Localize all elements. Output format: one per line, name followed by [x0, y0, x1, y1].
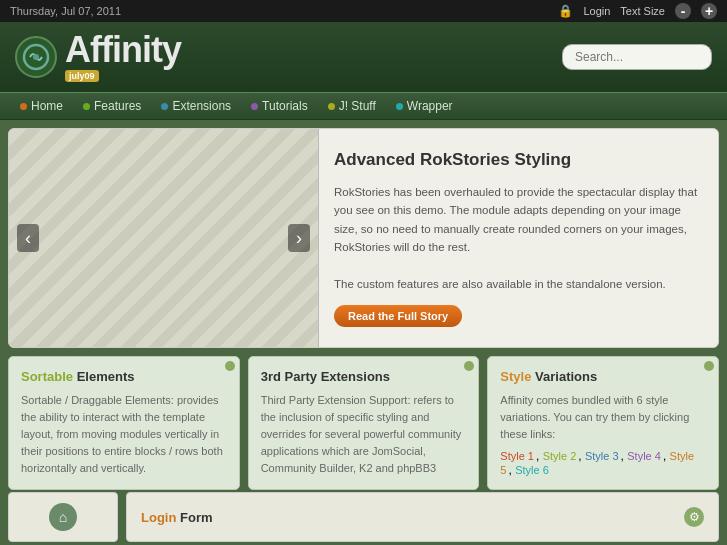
style-card-body: Affinity comes bundled with 6 style vari… — [500, 392, 706, 443]
lock-icon: 🔒 — [558, 4, 573, 18]
home-icon: ⌂ — [49, 503, 77, 531]
slider-prev-button[interactable]: ‹ — [17, 224, 39, 252]
nav-label-wrapper: Wrapper — [407, 99, 453, 113]
sortable-card-body: Sortable / Draggable Elements: provides … — [21, 392, 227, 477]
login-form-card: Login Form ⚙ — [126, 492, 719, 542]
bottom-row: ⌂ Login Form ⚙ — [0, 492, 727, 545]
logo-svg — [22, 43, 50, 71]
nav-item-features[interactable]: Features — [73, 95, 151, 117]
logo-icon — [15, 36, 57, 78]
slider-next-button[interactable]: › — [288, 224, 310, 252]
nav-item-extensions[interactable]: Extensions — [151, 95, 241, 117]
slider-body2: The custom features are also available i… — [334, 278, 666, 290]
cards-section: Sortable Elements Sortable / Draggable E… — [0, 348, 727, 490]
top-bar-right: 🔒 Login Text Size - + — [558, 3, 717, 19]
top-bar: Thursday, Jul 07, 2011 🔒 Login Text Size… — [0, 0, 727, 22]
style2-link[interactable]: Style 2 — [543, 450, 577, 462]
nav-label-extensions: Extensions — [172, 99, 231, 113]
logo-text: Affinity — [65, 32, 181, 68]
header: Affinity july09 — [0, 22, 727, 92]
slider-body1: RokStories has been overhauled to provid… — [334, 186, 697, 253]
svg-point-1 — [33, 54, 39, 60]
home-card[interactable]: ⌂ — [8, 492, 118, 542]
nav-dot-wrapper — [396, 103, 403, 110]
style-card: Style Variations Affinity comes bundled … — [487, 356, 719, 490]
sortable-card: Sortable Elements Sortable / Draggable E… — [8, 356, 240, 490]
login-settings-icon[interactable]: ⚙ — [684, 507, 704, 527]
slider-text-panel: Advanced RokStories Styling RokStories h… — [319, 129, 718, 347]
extensions-card-title: 3rd Party Extensions — [261, 369, 467, 384]
nav-dot-extensions — [161, 103, 168, 110]
slider-image-area: ‹ › — [9, 129, 319, 347]
sortable-plain: Elements — [77, 369, 135, 384]
card-corner-icon3 — [704, 361, 714, 371]
style-plain: Variations — [535, 369, 597, 384]
slider-title: Advanced RokStories Styling — [334, 149, 698, 171]
style4-link[interactable]: Style 4 — [627, 450, 661, 462]
search-input[interactable] — [562, 44, 712, 70]
logo-badge: july09 — [65, 70, 99, 82]
style6-link[interactable]: Style 6 — [515, 464, 549, 476]
login-link[interactable]: Login — [583, 5, 610, 17]
nav-dot-features — [83, 103, 90, 110]
nav: Home Features Extensions Tutorials J! St… — [0, 92, 727, 120]
login-form-title: Login Form — [141, 510, 413, 525]
text-size-minus[interactable]: - — [675, 3, 691, 19]
text-size-plus[interactable]: + — [701, 3, 717, 19]
text-size-label: Text Size — [620, 5, 665, 17]
extensions-card-body: Third Party Extension Support: refers to… — [261, 392, 467, 477]
nav-item-wrapper[interactable]: Wrapper — [386, 95, 463, 117]
nav-dot-jstuff — [328, 103, 335, 110]
nav-item-jstuff[interactable]: J! Stuff — [318, 95, 386, 117]
extensions-card: 3rd Party Extensions Third Party Extensi… — [248, 356, 480, 490]
nav-label-tutorials: Tutorials — [262, 99, 308, 113]
slider-body: RokStories has been overhauled to provid… — [334, 183, 698, 293]
style-highlight: Style — [500, 369, 531, 384]
nav-label-features: Features — [94, 99, 141, 113]
login-title-plain: Form — [180, 510, 213, 525]
sortable-highlight: Sortable — [21, 369, 73, 384]
slider-section: ‹ › Advanced RokStories Styling RokStori… — [8, 128, 719, 348]
sortable-card-title: Sortable Elements — [21, 369, 227, 384]
logo-text-wrap: Affinity july09 — [65, 32, 181, 82]
content-wrapper: ‹ › Advanced RokStories Styling RokStori… — [0, 128, 727, 545]
card-corner-icon2 — [464, 361, 474, 371]
nav-label-jstuff: J! Stuff — [339, 99, 376, 113]
style3-link[interactable]: Style 3 — [585, 450, 619, 462]
nav-item-home[interactable]: Home — [10, 95, 73, 117]
nav-dot-home — [20, 103, 27, 110]
nav-label-home: Home — [31, 99, 63, 113]
style1-link[interactable]: Style 1 — [500, 450, 534, 462]
slider-inner: ‹ › Advanced RokStories Styling RokStori… — [9, 129, 718, 347]
card-corner-icon — [225, 361, 235, 371]
nav-item-tutorials[interactable]: Tutorials — [241, 95, 318, 117]
style-links: Style 1, Style 2, Style 3, Style 4, Styl… — [500, 449, 706, 477]
login-title-highlight: Login — [141, 510, 176, 525]
style-card-title: Style Variations — [500, 369, 706, 384]
date-label: Thursday, Jul 07, 2011 — [10, 5, 121, 17]
read-more-button[interactable]: Read the Full Story — [334, 305, 462, 327]
nav-dot-tutorials — [251, 103, 258, 110]
logo[interactable]: Affinity july09 — [15, 32, 181, 82]
